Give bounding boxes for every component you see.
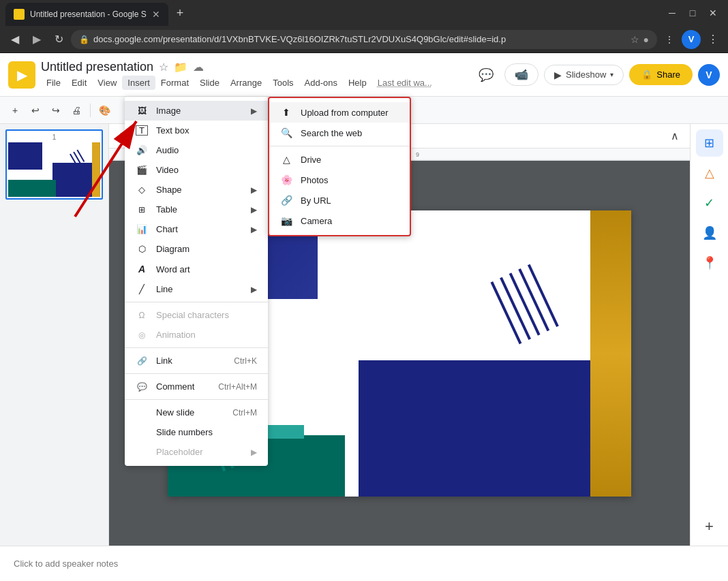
menu-item-wordart[interactable]: A Word art: [125, 259, 268, 279]
menu-slide[interactable]: Slide: [194, 76, 225, 90]
close-button[interactable]: ✕: [703, 3, 723, 22]
window-controls: ─ □ ✕: [663, 3, 723, 22]
paint-format-btn[interactable]: 🎨: [95, 101, 114, 120]
right-sidebar: ⊞ △ ✓ 👤 📍 +: [690, 124, 728, 546]
menu-item-comment[interactable]: 💬 Comment Ctrl+Alt+M: [125, 377, 268, 396]
menu-tools[interactable]: Tools: [267, 76, 299, 90]
menu-item-diagram[interactable]: ⬡ Diagram: [125, 239, 268, 259]
menu-view[interactable]: View: [92, 76, 122, 90]
insert-menu[interactable]: 🖼 Image ▶ T Text box 🔊 Audio 🎬 Video: [125, 97, 268, 466]
menu-item-link[interactable]: 🔗 Link Ctrl+K: [125, 351, 268, 371]
menu-file[interactable]: File: [41, 76, 66, 90]
slide-thumb-inner: [8, 142, 100, 197]
redo-btn[interactable]: ↪: [46, 101, 65, 120]
menu-help[interactable]: Help: [343, 76, 372, 90]
maximize-button[interactable]: □: [683, 3, 702, 22]
minimize-button[interactable]: ─: [663, 3, 682, 22]
app-title[interactable]: Untitled presentation: [41, 60, 153, 74]
lock-icon: 🔒: [79, 35, 89, 44]
drive-icon: △: [280, 154, 292, 165]
menu-arrange[interactable]: Arrange: [225, 76, 267, 90]
star-icon[interactable]: ☆: [159, 61, 168, 74]
submenu-item-upload[interactable]: ⬆ Upload from computer: [269, 102, 410, 123]
table-arrow-icon: ▶: [251, 205, 257, 215]
image-submenu[interactable]: ⬆ Upload from computer 🔍 Search the web …: [268, 97, 411, 236]
undo-btn[interactable]: ↩: [26, 101, 45, 120]
table-icon: ⊞: [136, 205, 148, 215]
insert-btn[interactable]: +: [5, 101, 25, 120]
meet-button[interactable]: 📹: [504, 63, 539, 86]
slideshow-button[interactable]: ▶ Slideshow ▾: [544, 65, 624, 85]
share-button[interactable]: 🔒 Share: [629, 64, 693, 85]
app-title-area: Untitled presentation ☆ 📁 ☁ File Edit Vi…: [41, 60, 468, 90]
menu-item-audio[interactable]: 🔊 Audio: [125, 140, 268, 160]
image-arrow-icon: ▶: [251, 106, 257, 116]
notes-area[interactable]: Click to add speaker notes: [0, 546, 728, 581]
menu-item-slide-numbers[interactable]: Slide numbers: [125, 422, 268, 442]
menu-item-shape[interactable]: ◇ Shape ▶: [125, 180, 268, 200]
new-tab-button[interactable]: +: [171, 3, 189, 23]
submenu-item-by-url[interactable]: 🔗 By URL: [269, 190, 410, 210]
image-label: Image: [156, 106, 243, 116]
sidebar-maps-icon-btn[interactable]: 📍: [696, 249, 723, 277]
menu-item-line[interactable]: ╱ Line ▶: [125, 279, 268, 299]
menu-addons[interactable]: Add-ons: [299, 76, 343, 90]
comment-button[interactable]: 💬: [473, 62, 499, 88]
bookmark-drive-icon[interactable]: 📁: [174, 61, 187, 74]
wordart-label: Word art: [156, 264, 257, 274]
active-tab[interactable]: Untitled presentation - Google S ✕: [5, 3, 168, 26]
submenu-item-photos[interactable]: 🌸 Photos: [269, 170, 410, 190]
forward-button[interactable]: ▶: [27, 30, 46, 49]
chart-arrow-icon: ▶: [251, 225, 257, 234]
search-web-icon: 🔍: [280, 127, 292, 138]
menu-item-new-slide[interactable]: New slide Ctrl+M: [125, 403, 268, 422]
link-label: Link: [156, 356, 226, 366]
slide-deco-gold-right: [590, 210, 631, 497]
print-btn[interactable]: 🖨: [67, 101, 86, 120]
slide-1-thumbnail[interactable]: 1: [5, 129, 103, 200]
account-circle-icon[interactable]: ●: [643, 34, 649, 45]
app-header: ▶ Untitled presentation ☆ 📁 ☁ File Edit …: [0, 53, 728, 97]
upload-icon: ⬆: [280, 107, 292, 118]
slideshow-dropdown-icon[interactable]: ▾: [610, 71, 613, 78]
extensions-button[interactable]: ⋮: [660, 30, 679, 49]
menu-divider-1: [125, 302, 268, 302]
submenu-item-camera[interactable]: 📷 Camera: [269, 210, 410, 231]
toolbar-divider-1: [90, 104, 91, 117]
sidebar-sheets-icon-btn[interactable]: ⊞: [696, 129, 723, 157]
url-bar[interactable]: 🔒 docs.google.com/presentation/d/1VXbnBT…: [71, 30, 657, 49]
menu-button[interactable]: ⋮: [703, 30, 723, 49]
line-icon: ╱: [136, 284, 148, 294]
back-button[interactable]: ◀: [5, 30, 25, 49]
menu-item-video[interactable]: 🎬 Video: [125, 160, 268, 180]
menu-item-textbox[interactable]: T Text box: [125, 121, 268, 140]
menu-insert[interactable]: Insert: [122, 76, 155, 90]
app-title-row: Untitled presentation ☆ 📁 ☁: [41, 60, 468, 74]
cloud-icon[interactable]: ☁: [193, 61, 204, 74]
share-lock-icon: 🔒: [641, 69, 652, 80]
sidebar-contacts-icon-btn[interactable]: 👤: [696, 219, 723, 247]
tab-bar: Untitled presentation - Google S ✕ +: [5, 0, 657, 26]
bookmark-icon[interactable]: ☆: [631, 34, 639, 45]
menu-format[interactable]: Format: [155, 76, 194, 90]
url-text: docs.google.com/presentation/d/1VXbnBTVK…: [93, 34, 626, 44]
menu-item-table[interactable]: ⊞ Table ▶: [125, 200, 268, 219]
video-label: Video: [156, 165, 257, 175]
upload-label: Upload from computer: [301, 108, 389, 118]
submenu-item-search-web[interactable]: 🔍 Search the web: [269, 123, 410, 143]
sidebar-keep-icon-btn[interactable]: ✓: [696, 189, 723, 217]
sidebar-add-btn[interactable]: +: [696, 513, 723, 540]
submenu-item-drive[interactable]: △ Drive: [269, 149, 410, 170]
user-avatar[interactable]: V: [698, 64, 720, 86]
menu-item-image[interactable]: 🖼 Image ▶: [125, 101, 268, 121]
collapse-panel-btn[interactable]: ∧: [671, 129, 679, 142]
audio-label: Audio: [156, 145, 257, 155]
profile-avatar[interactable]: V: [682, 30, 701, 49]
tab-close-icon[interactable]: ✕: [152, 9, 160, 20]
reload-button[interactable]: ↻: [49, 30, 68, 49]
menu-item-chart[interactable]: 📊 Chart ▶: [125, 219, 268, 239]
menu-item-placeholder: Placeholder ▶: [125, 442, 268, 462]
slideshow-label: Slideshow: [566, 69, 606, 80]
menu-edit[interactable]: Edit: [66, 76, 92, 90]
sidebar-drive-icon-btn[interactable]: △: [696, 159, 723, 187]
